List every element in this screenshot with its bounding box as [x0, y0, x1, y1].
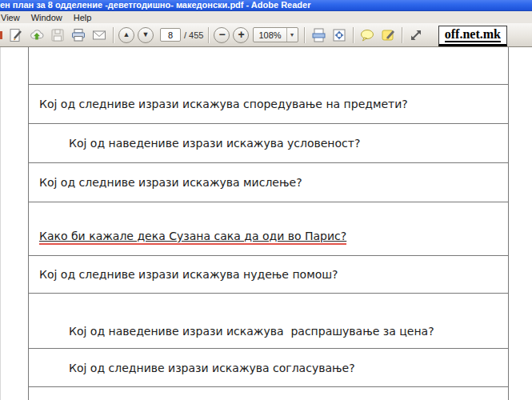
zoom-out-icon: −: [218, 29, 225, 40]
fit-page-icon: [331, 27, 347, 43]
sticky-note-icon: [359, 27, 375, 43]
menu-bar: View Window Help: [0, 11, 532, 23]
toolbar-separator: [304, 27, 305, 43]
question-text: Кој од следниве изрази искажува мислење?: [39, 176, 302, 189]
title-bar[interactable]: ен план за 8 одделение -деветгодишно- ма…: [0, 0, 532, 11]
zoom-level-dropdown[interactable]: 108% ▾: [253, 27, 298, 42]
zoom-out-button[interactable]: −: [214, 27, 230, 43]
question-text: Кој од наведениве изрази искажува распра…: [69, 325, 434, 338]
share-upload-button[interactable]: [27, 25, 46, 46]
table-row: [29, 387, 508, 400]
chevron-down-icon[interactable]: ▾: [286, 28, 298, 42]
table-row: Кој од следниве изрази искажува нудење п…: [29, 256, 508, 294]
toolbar-separator: [208, 27, 209, 43]
highlight-button[interactable]: [378, 25, 398, 46]
toolbar-separator: [113, 27, 114, 43]
highlight-icon: [380, 27, 396, 43]
previous-page-button[interactable]: ▲: [118, 27, 134, 43]
offnetmk-badge: off.net.mk: [438, 26, 507, 46]
zoom-in-icon: +: [238, 29, 244, 40]
print-icon: [70, 27, 86, 43]
email-icon: [91, 27, 107, 43]
fit-page-button[interactable]: [330, 25, 349, 46]
scroll-mode-icon: [310, 27, 326, 43]
page-down-icon: ▼: [142, 31, 150, 38]
sticky-note-button[interactable]: [358, 25, 377, 46]
table-row: Како би кажале дека Сузана сака да оди в…: [29, 202, 508, 256]
print-button[interactable]: [69, 25, 88, 46]
zoom-level-value: 108%: [254, 30, 286, 40]
table-row: [29, 47, 508, 85]
menu-view[interactable]: View: [0, 13, 26, 22]
question-text: Кој од следниве изрази искажува споредув…: [39, 98, 408, 110]
page-up-icon: ▲: [123, 31, 130, 38]
toolbar: ▲ ▼ / 455 − + 108% ▾: [0, 23, 532, 47]
toolbar-separator: [353, 27, 354, 43]
page-total-label: / 455: [184, 30, 203, 40]
table-row: Кој од следниве изрази искажува согласув…: [29, 349, 508, 387]
question-text: Кој од следниве изрази искажува согласув…: [69, 362, 355, 374]
menu-help[interactable]: Help: [68, 13, 98, 22]
table-row: Кој од следниве изрази искажува мислење?: [29, 163, 508, 202]
window-title: ен план за 8 одделение -деветгодишно- ма…: [0, 0, 310, 10]
fullscreen-button[interactable]: [406, 25, 426, 46]
page-number-input[interactable]: [160, 28, 181, 42]
table-row: Кој од следниве изрази искажува споредув…: [29, 85, 508, 124]
next-page-button[interactable]: ▼: [138, 27, 154, 43]
fullscreen-icon: [408, 27, 424, 43]
adobe-reader-window: ен план за 8 одделение -деветгодишно- ма…: [0, 0, 532, 400]
edit-sign-icon: [8, 27, 24, 43]
save-button[interactable]: [48, 25, 67, 46]
cropped-toolbar-icon: [0, 31, 2, 39]
toolbar-separator: [402, 27, 402, 43]
question-text: Кој од следниве изрази искажува нудење п…: [39, 268, 338, 281]
save-icon: [50, 27, 66, 43]
sign-and-edit-button[interactable]: [6, 25, 26, 46]
offnetmk-logo-text: off.net.mk: [445, 28, 501, 43]
scroll-mode-button[interactable]: [309, 25, 328, 46]
table-row: Кој од наведениве изрази искажува услове…: [29, 124, 508, 163]
email-button[interactable]: [90, 25, 109, 46]
cloud-upload-icon: [29, 27, 45, 43]
table-row: Кој од наведениве изрази искажува распра…: [29, 294, 508, 349]
question-text-underlined: Како би кажале дека Сузана сака да оди в…: [39, 230, 346, 245]
question-table: Кој од следниве изрази искажува споредув…: [28, 47, 509, 400]
question-text: Кој од наведениве изрази искажува услове…: [69, 137, 360, 150]
zoom-in-button[interactable]: +: [233, 27, 249, 43]
document-area[interactable]: Кој од следниве изрази искажува споредув…: [0, 47, 532, 400]
menu-window[interactable]: Window: [26, 13, 68, 22]
